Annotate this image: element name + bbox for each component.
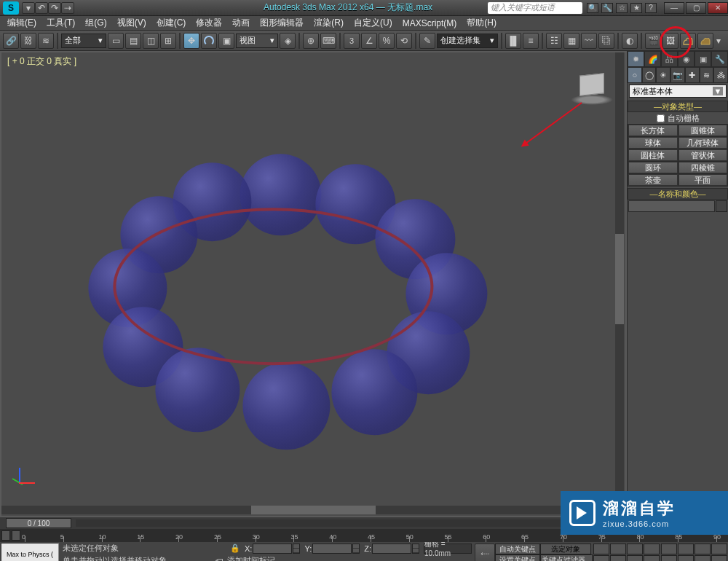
- sub-cameras[interactable]: 📷: [670, 67, 685, 83]
- autokey-button[interactable]: 自动关键点: [495, 544, 540, 554]
- prim-box[interactable]: 长方体: [628, 125, 678, 136]
- spinner[interactable]: [352, 544, 360, 554]
- qat-btn[interactable]: ↶: [35, 2, 48, 14]
- trackbar-key-icon[interactable]: [12, 530, 20, 541]
- star-icon[interactable]: ☆: [616, 3, 628, 13]
- viewport-scrollbar-v[interactable]: [615, 52, 624, 506]
- tab-create[interactable]: ✹: [628, 51, 644, 67]
- object-name-input[interactable]: [628, 200, 715, 212]
- sub-lights[interactable]: ☀: [656, 67, 670, 83]
- fov-icon[interactable]: [661, 555, 677, 562]
- select-move-icon[interactable]: ✥: [183, 33, 199, 49]
- keymode-combo[interactable]: 选定对象: [540, 544, 591, 554]
- maxscript-listener[interactable]: Max to Physcs (: [1, 543, 59, 561]
- add-time-tag[interactable]: 添加时间标记: [227, 555, 275, 561]
- orbit-icon[interactable]: [695, 555, 711, 562]
- category-dropdown[interactable]: 标准基本体 ▼: [629, 85, 727, 98]
- prim-torus[interactable]: 圆环: [628, 162, 678, 173]
- spinner[interactable]: [293, 544, 300, 554]
- select-rotate-icon[interactable]: [201, 33, 217, 49]
- render-iterative-icon[interactable]: [697, 33, 713, 49]
- material-editor-icon[interactable]: ◐: [622, 33, 638, 49]
- menu-customize[interactable]: 自定义(U): [349, 15, 397, 31]
- spinner[interactable]: [412, 544, 419, 554]
- minimize-button[interactable]: —: [664, 2, 684, 14]
- prim-cone[interactable]: 圆锥体: [678, 125, 728, 136]
- key-mode-icon[interactable]: [610, 555, 626, 562]
- prim-teapot[interactable]: 茶壶: [628, 174, 678, 186]
- zoom-all-icon[interactable]: [678, 544, 694, 554]
- render-setup-icon[interactable]: 🎬: [645, 33, 661, 49]
- autogrid-checkbox[interactable]: [657, 114, 665, 122]
- ref-coord-system[interactable]: 视图▾: [236, 34, 278, 48]
- unlink-icon[interactable]: ⛓: [20, 33, 36, 49]
- coord-x-input[interactable]: [253, 544, 292, 554]
- tag-icon[interactable]: 🏷: [215, 557, 223, 562]
- menu-animation[interactable]: 动画: [228, 15, 254, 31]
- keyboard-shortcut-icon[interactable]: ⌨: [320, 33, 336, 49]
- lock-icon[interactable]: 🔒: [230, 544, 240, 553]
- graphite-icon[interactable]: ▦: [563, 33, 579, 49]
- view-cube[interactable]: [570, 71, 614, 108]
- prim-cylinder[interactable]: 圆柱体: [628, 149, 678, 161]
- layers-icon[interactable]: ☷: [546, 33, 562, 49]
- menu-group[interactable]: 组(G): [81, 15, 111, 31]
- search-icon[interactable]: 🔍: [587, 3, 598, 13]
- menu-maxscript[interactable]: MAXScript(M): [398, 17, 462, 30]
- align-icon[interactable]: ≡: [523, 33, 539, 49]
- key-filters-button[interactable]: 关键点过滤器...: [540, 554, 593, 561]
- star-icon[interactable]: ★: [630, 3, 642, 13]
- sub-geometry[interactable]: ○: [628, 67, 642, 83]
- setkey-button[interactable]: 设置关键点: [495, 554, 540, 561]
- sub-helpers[interactable]: ✚: [685, 67, 700, 83]
- menu-edit[interactable]: 编辑(E): [3, 15, 41, 31]
- select-scale-icon[interactable]: ▣: [218, 33, 234, 49]
- set-key-large-icon[interactable]: ⬸: [475, 544, 495, 561]
- sub-spacewarps[interactable]: ≋: [700, 67, 714, 83]
- time-slider-handle[interactable]: 0 / 100: [6, 518, 71, 528]
- tab-motion[interactable]: ◉: [678, 51, 695, 67]
- prim-sphere[interactable]: 球体: [628, 137, 678, 149]
- qat-btn[interactable]: ↷: [48, 2, 61, 14]
- qat-btn[interactable]: ▾: [22, 2, 35, 14]
- trackbar-toggle-icon[interactable]: [1, 530, 10, 541]
- coord-y-input[interactable]: [312, 544, 352, 554]
- sub-shapes[interactable]: ◯: [642, 67, 657, 83]
- prim-tube[interactable]: 管状体: [678, 149, 728, 161]
- viewport-canvas[interactable]: [ + 0 正交 0 真实 ]: [1, 52, 625, 516]
- maximize-viewport-icon[interactable]: [711, 555, 727, 562]
- named-sel-edit-icon[interactable]: ✎: [419, 33, 435, 49]
- tab-utilities[interactable]: 🔧: [711, 51, 728, 67]
- link-icon[interactable]: 🔗: [3, 33, 19, 49]
- viewport-scrollbar-h[interactable]: [1, 506, 625, 514]
- object-color-swatch[interactable]: [716, 200, 727, 212]
- maximize-button[interactable]: ▢: [686, 2, 706, 14]
- rendered-frame-icon[interactable]: 🖼: [662, 33, 678, 49]
- percent-snap-icon[interactable]: %: [379, 33, 395, 49]
- rollout-name-color[interactable]: — 名称和颜色 —: [628, 188, 728, 200]
- tab-display[interactable]: ▣: [695, 51, 711, 67]
- tab-hierarchy[interactable]: 品: [661, 51, 678, 67]
- help-icon[interactable]: ?: [645, 3, 657, 13]
- help-search-input[interactable]: 键入关键字或短语: [488, 2, 582, 14]
- pan-icon[interactable]: [678, 555, 694, 562]
- play-icon[interactable]: [627, 544, 643, 554]
- next-frame-icon[interactable]: [644, 544, 660, 554]
- select-name-icon[interactable]: ▤: [125, 33, 141, 49]
- viewport[interactable]: [ + 0 正交 0 真实 ]: [0, 51, 628, 517]
- viewport-label[interactable]: [ + 0 正交 0 真实 ]: [7, 55, 76, 68]
- goto-end-icon[interactable]: [593, 555, 609, 562]
- time-config-icon[interactable]: [627, 555, 643, 562]
- menu-views[interactable]: 视图(V): [113, 15, 151, 31]
- snap-toggle-icon[interactable]: 3: [344, 33, 360, 49]
- menu-modifiers[interactable]: 修改器: [191, 15, 226, 31]
- selection-filter[interactable]: 全部▾: [61, 34, 106, 48]
- render-production-icon[interactable]: [680, 33, 696, 49]
- goto-start-icon[interactable]: [593, 544, 609, 554]
- tab-modify[interactable]: 🌈: [644, 51, 661, 67]
- curve-editor-icon[interactable]: 〰: [581, 33, 597, 49]
- zoom-icon[interactable]: [661, 544, 677, 554]
- select-object-icon[interactable]: ▭: [108, 33, 124, 49]
- manipulate-icon[interactable]: ⊕: [303, 33, 319, 49]
- qat-btn[interactable]: ⇢: [61, 2, 74, 14]
